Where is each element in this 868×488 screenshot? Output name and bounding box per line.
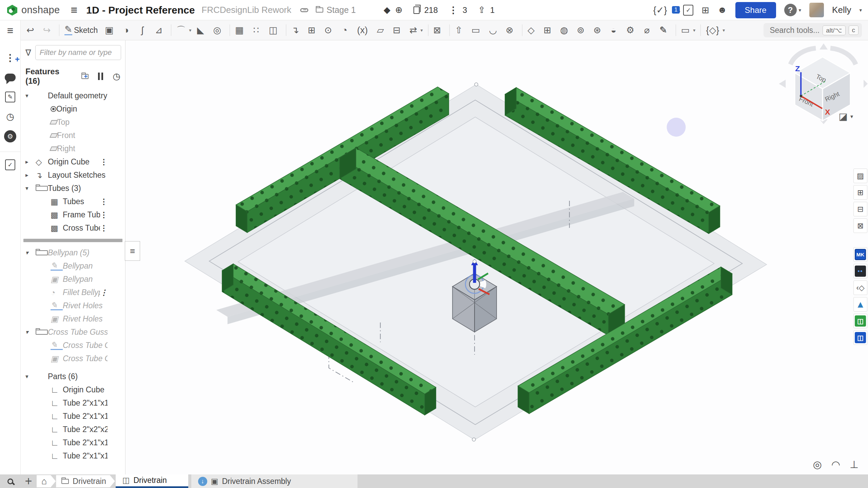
link-icon[interactable] <box>300 8 308 12</box>
search-tools[interactable]: Search tools... alt/⌥ c <box>764 23 862 37</box>
tree-row-rivet-holes-sketch[interactable]: ✎ Rivet Holes <box>21 299 125 312</box>
loft-icon[interactable]: ⊿ <box>153 22 169 38</box>
featurescript-icon[interactable]: {◇} ▾ <box>703 22 727 38</box>
history-icon[interactable]: ◷ <box>0 109 20 124</box>
likes-icon[interactable]: ⇪ <box>478 5 485 15</box>
versions-icon[interactable]: ⋮ <box>449 5 458 16</box>
rollback-bar[interactable] <box>23 239 122 242</box>
avatar[interactable] <box>809 3 824 17</box>
settings-gear-icon[interactable]: ⚙ <box>624 22 640 38</box>
expand-chevron-icon[interactable]: ▸ <box>25 172 36 179</box>
docs-blue-icon[interactable]: ◫ <box>853 330 867 345</box>
comments-icon[interactable] <box>0 70 20 85</box>
document-menu-icon[interactable]: ≡ <box>71 3 77 17</box>
chamfer-icon[interactable]: ◣ <box>194 22 210 38</box>
view-options-button[interactable]: ◪ ▾ <box>839 111 853 122</box>
suppress-pause-icon[interactable] <box>98 73 103 80</box>
document-title[interactable]: 1D - Project Reference <box>86 4 195 16</box>
help-menu[interactable]: ? ▾ <box>784 4 802 16</box>
feature-menu-dots-icon[interactable]: ⋮ <box>100 211 108 219</box>
create-version-icon[interactable]: ⋮ <box>0 50 20 65</box>
tree-row-tubes-folder[interactable]: ▾ Tubes (3) <box>21 182 125 195</box>
mirror-icon[interactable]: ◫ <box>266 22 283 38</box>
feature-menu-dots-icon[interactable]: ⋮ <box>100 197 108 206</box>
feature-menu-dots-icon[interactable]: ⋮ <box>100 288 108 297</box>
expand-chevron-icon[interactable]: ▾ <box>25 373 36 380</box>
toolbar-separator[interactable] <box>676 24 676 36</box>
copies-icon[interactable] <box>413 6 420 14</box>
transform-icon[interactable]: ⇄ ▾ <box>407 22 425 38</box>
configurations-icon[interactable]: ⊞ <box>853 185 867 200</box>
split-icon[interactable]: ◔ <box>339 22 354 38</box>
app-store-icon[interactable]: ⊞ <box>701 5 709 16</box>
toolbar-separator[interactable] <box>59 24 59 36</box>
collaborate-icon[interactable]: ◒ <box>607 22 623 38</box>
app-triangle-icon[interactable]: ▲ <box>853 297 867 312</box>
tab-assembly-drivetrain[interactable]: ↓ ▣ Drivetrain Assembly <box>191 474 358 488</box>
tree-row-right-plane[interactable]: Right <box>21 142 125 155</box>
composite-part-icon[interactable]: ⊞ <box>306 22 322 38</box>
collapse-feature-tree-button[interactable]: ≡ <box>125 241 140 261</box>
extrude-icon[interactable]: ▣ <box>102 22 119 38</box>
user-menu-caret-icon[interactable]: ▾ <box>859 7 862 13</box>
tree-row-part-origin-cube[interactable]: ∟ Origin Cube <box>21 383 125 396</box>
part-pattern-icon[interactable]: ⊞ <box>541 22 557 38</box>
tree-row-part-tube-3[interactable]: ∟ Tube 2"x2"x24" <box>21 423 125 436</box>
tree-row-part-tube-4[interactable]: ∟ Tube 2"x1"x17.5" <box>21 436 125 449</box>
tree-row-bellypan-folder[interactable]: ▾ Bellypan (5) <box>21 246 125 259</box>
insert-part-icon[interactable]: ◇ <box>525 22 541 38</box>
tree-row-cross-tube[interactable]: ▩ Cross Tube ⋮ <box>21 221 125 235</box>
marker-icon[interactable]: ✎ <box>657 22 673 38</box>
draft-icon[interactable]: ◎ <box>211 22 227 38</box>
expand-chevron-icon[interactable]: ▾ <box>25 92 36 99</box>
workspace-selector[interactable]: Stage 1 <box>316 5 356 15</box>
robot-feature-alt-icon[interactable]: ⊛ <box>591 22 607 38</box>
tape-measure-icon[interactable]: ◎ <box>813 458 822 470</box>
toolbar-separator[interactable] <box>449 24 450 36</box>
undo-icon[interactable]: ↩ <box>24 22 40 38</box>
variable-icon[interactable]: (x) <box>355 22 373 38</box>
toolbar-separator[interactable] <box>700 24 701 36</box>
docs-green-icon[interactable]: ◫ <box>853 314 867 328</box>
toolbar-separator[interactable] <box>522 24 522 36</box>
tasks-icon[interactable]: ✓ <box>683 5 693 16</box>
appearance-panel-icon[interactable]: ▨ <box>853 169 867 183</box>
search-documents-icon[interactable] <box>0 474 20 488</box>
linear-pattern-icon[interactable]: ▦ <box>233 22 250 38</box>
toolbar-separator[interactable] <box>171 24 171 36</box>
robot-app-icon[interactable]: •• <box>853 264 867 278</box>
toolbar-separator[interactable] <box>428 24 428 36</box>
share-button[interactable]: Share <box>735 2 776 18</box>
view-cube[interactable]: Top Front Right Z X <box>779 43 868 124</box>
tree-row-rivet-holes-extrude[interactable]: ▣ Rivet Holes <box>21 312 125 326</box>
tree-row-default-geometry[interactable]: ▾ Default geometry <box>21 89 125 102</box>
tree-row-part-tube-2[interactable]: ∟ Tube 2"x1"x17.5" <box>21 410 125 423</box>
rollback-history-icon[interactable]: ◷ <box>113 71 120 82</box>
toolbar-separator[interactable] <box>230 24 230 36</box>
tab-part-studio-drivetrain[interactable]: ◫ Drivetrain <box>116 474 188 488</box>
variables-table-icon[interactable]: ⊠ <box>853 218 867 233</box>
thicken-icon[interactable]: ↴ <box>289 22 305 38</box>
tree-row-front-plane[interactable]: Front <box>21 129 125 142</box>
configured-features-icon[interactable]: ⊟ <box>853 202 867 216</box>
sheet-metal-flat-icon[interactable]: ▭ <box>469 22 486 38</box>
tree-row-cross-tube-gusset-sketch[interactable]: ✎ Cross Tube Gusset <box>21 339 125 352</box>
tree-row-tubes[interactable]: ▦ Tubes ⋮ <box>21 195 125 208</box>
sheet-metal-model-icon[interactable]: ⇧ <box>452 22 468 38</box>
help-chat-icon[interactable]: ⚙ <box>0 129 20 144</box>
graphics-viewport[interactable]: Top Front Right Z X ◪ ▾ <box>126 40 868 474</box>
expand-chevron-icon[interactable]: ▾ <box>25 329 36 336</box>
mate-connector-icon[interactable]: ⌀ <box>641 22 656 38</box>
feature-menu-dots-icon[interactable]: ⋮ <box>100 158 108 167</box>
robot-feature-icon[interactable]: ⊚ <box>575 22 591 38</box>
tree-row-origin-cube[interactable]: ▸ ◇ Origin Cube ⋮ <box>21 155 125 169</box>
scale-icon[interactable]: ⊥ <box>850 458 859 470</box>
name-tag-icon[interactable]: ▭ ▾ <box>679 22 698 38</box>
tree-row-cross-tube-gusset-extrude[interactable]: ▣ Cross Tube Gusset <box>21 352 125 365</box>
tree-row-origin[interactable]: Origin <box>21 102 125 116</box>
toolbar-separator[interactable] <box>286 24 286 36</box>
tree-row-bellypan-extrude[interactable]: ▣ Bellypan <box>21 273 125 286</box>
folder-breadcrumb[interactable]: Drivetrain <box>56 475 115 487</box>
tree-row-part-tube-5[interactable]: ∟ Tube 2"x1"x17.5" <box>21 449 125 463</box>
notes-icon[interactable]: ✎ <box>0 89 20 105</box>
